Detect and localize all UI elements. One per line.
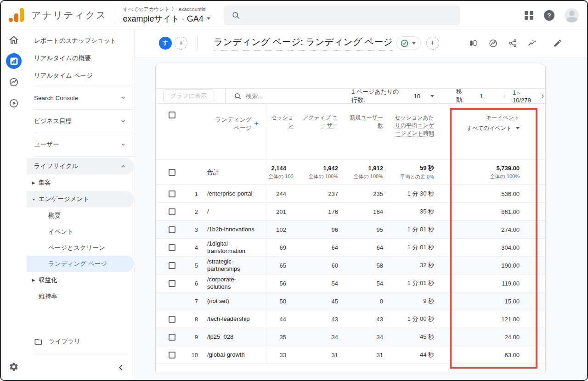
explore-nav-button[interactable]	[1, 72, 27, 93]
global-search-input[interactable]	[224, 5, 460, 25]
row-page: /	[201, 208, 268, 215]
metric-header-key-events[interactable]: キーイベント すべてのイベント	[441, 104, 532, 132]
sidebar-item-snapshot[interactable]: レポートのスナップショット	[27, 32, 134, 50]
row-active-users: 96	[301, 226, 345, 233]
totals-checkbox[interactable]	[169, 169, 175, 176]
report-status-pill[interactable]	[396, 36, 421, 50]
table-row: 10 /global-growth 33 31 31 44 秒 63.00	[156, 346, 545, 364]
home-nav-button[interactable]	[1, 29, 27, 50]
row-index: 10	[181, 352, 201, 359]
table-search[interactable]	[234, 92, 296, 100]
pagination: 1～10/279	[502, 89, 545, 104]
advertising-icon	[8, 98, 19, 109]
sidebar-item-retention[interactable]: 維持率	[27, 288, 134, 305]
goto-page-value[interactable]: 1	[480, 93, 483, 100]
table-row: 6 /corporate-solutions 56 54 54 1 分 01 秒…	[156, 275, 545, 292]
account-property-selector[interactable]: すべてのアカウント 〉 exaccountid exampleサイト - GA4	[123, 6, 210, 24]
row-index: 3	[181, 226, 201, 233]
key-event-filter[interactable]: すべてのイベント	[441, 124, 520, 132]
insights-icon	[488, 39, 498, 48]
add-comparison-button[interactable]: +	[175, 37, 187, 50]
help-icon[interactable]: ?	[544, 10, 554, 21]
row-page: /1b2b-innovations	[201, 226, 268, 233]
page-next-icon[interactable]	[540, 93, 545, 99]
sidebar-item-monetization[interactable]: ▶ 収益化	[27, 272, 134, 288]
rows-per-page-value[interactable]: 10	[413, 93, 420, 100]
row-key-events: 24.00	[441, 334, 532, 341]
edit-report-button[interactable]	[552, 38, 563, 49]
reports-nav-button[interactable]	[1, 50, 27, 72]
table-search-input[interactable]	[246, 93, 296, 100]
row-avg-time: 1 分 01 秒	[390, 243, 441, 252]
row-checkbox[interactable]	[169, 262, 175, 269]
dimension-header[interactable]: ランディング ページ +	[201, 104, 268, 132]
page-previous-icon[interactable]	[502, 93, 507, 99]
report-header: す + ランディング ページ: ランディング ページ +	[135, 29, 587, 57]
sidebar-item-lifecycle[interactable]: ライフサイクル	[27, 158, 134, 174]
sidebar-item-label: イベント	[48, 228, 74, 236]
sidebar-item-landing-pages[interactable]: ランディング ページ	[27, 256, 134, 272]
row-active-users: 43	[301, 316, 345, 323]
metric-header-new-users[interactable]: 新規ユーザー数	[345, 104, 390, 129]
ai-insights-button[interactable]	[527, 38, 538, 49]
collapse-sidebar-button[interactable]	[114, 361, 128, 375]
search-icon	[232, 11, 240, 20]
sidebar-item-engagement[interactable]: ▼ エンゲージメント	[27, 191, 134, 207]
row-sessions: 65	[268, 262, 294, 269]
admin-settings-button[interactable]	[1, 362, 27, 372]
row-checkbox[interactable]	[169, 352, 175, 359]
bar-chart-icon	[10, 57, 18, 65]
sidebar-item-pages-screens[interactable]: ページとスクリーン	[27, 240, 134, 256]
comparison-button[interactable]	[468, 38, 479, 49]
sidebar-item-library[interactable]: ライブラリ	[27, 333, 134, 350]
row-checkbox[interactable]	[169, 316, 175, 323]
select-all-checkbox[interactable]	[169, 112, 175, 118]
avatar[interactable]	[565, 8, 579, 22]
apps-grid-icon[interactable]	[524, 11, 534, 20]
row-key-events: 274.00	[441, 226, 532, 233]
global-search-field[interactable]	[246, 11, 448, 19]
row-page: /1digital-transformation	[201, 240, 268, 255]
row-checkbox[interactable]	[169, 190, 175, 197]
audience-chip[interactable]: す	[159, 37, 172, 50]
row-checkbox[interactable]	[169, 280, 175, 287]
sidebar-item-events[interactable]: イベント	[27, 224, 134, 240]
sidebar-item-label: 収益化	[39, 276, 57, 284]
row-avg-time: 1 分 00 秒	[390, 315, 441, 323]
sidebar-item-search-console[interactable]: Search Console	[27, 88, 134, 108]
add-report-button[interactable]: +	[426, 37, 439, 50]
compare-icon	[469, 39, 478, 48]
row-checkbox[interactable]	[169, 334, 175, 341]
table-row: 1 /enterprise-portal 244 237 235 1 分 30 …	[156, 185, 545, 203]
metric-header-sessions[interactable]: セッション	[268, 104, 301, 159]
row-new-users: 95	[345, 226, 390, 233]
sidebar-item-label: 維持率	[39, 292, 57, 301]
row-new-users: 64	[345, 244, 390, 251]
report-title[interactable]: ランディング ページ: ランディング ページ	[214, 36, 393, 50]
share-button[interactable]	[507, 38, 518, 49]
sidebar-item-user[interactable]: ユーザー	[27, 134, 134, 155]
sidebar-item-realtime-pages[interactable]: リアルタイム ページ	[27, 67, 134, 84]
row-index: 2	[181, 208, 201, 215]
row-sessions: 33	[268, 352, 294, 359]
row-checkbox[interactable]	[169, 226, 175, 233]
add-dimension-icon[interactable]: +	[254, 119, 259, 127]
sidebar-item-business-objectives[interactable]: ビジネス目標	[27, 111, 134, 131]
metric-header-active-users[interactable]: アクティブ ユーザー	[301, 104, 345, 129]
row-key-events: 63.00	[441, 352, 532, 359]
totals-key-events: 5,739.00	[441, 165, 520, 172]
chevron-up-icon	[120, 163, 126, 169]
sidebar-item-realtime-overview[interactable]: リアルタイムの概要	[27, 50, 134, 67]
insights-button[interactable]	[487, 38, 498, 49]
caret-down-icon[interactable]	[430, 95, 434, 97]
sidebar-item-engagement-overview[interactable]: 概要	[27, 207, 134, 224]
show-chart-button[interactable]: グラフに表示	[163, 90, 214, 102]
row-checkbox[interactable]	[169, 244, 175, 251]
chevron-right-icon: 〉	[172, 6, 176, 12]
divider	[34, 109, 134, 110]
caret-down-icon	[207, 17, 210, 20]
row-checkbox[interactable]	[169, 208, 175, 215]
sidebar-item-acquisition[interactable]: ▶ 集客	[27, 174, 134, 191]
advertising-nav-button[interactable]	[1, 93, 27, 114]
metric-header-avg-engagement-time[interactable]: セッションあたりの平均エンゲージメント時間	[390, 104, 441, 137]
